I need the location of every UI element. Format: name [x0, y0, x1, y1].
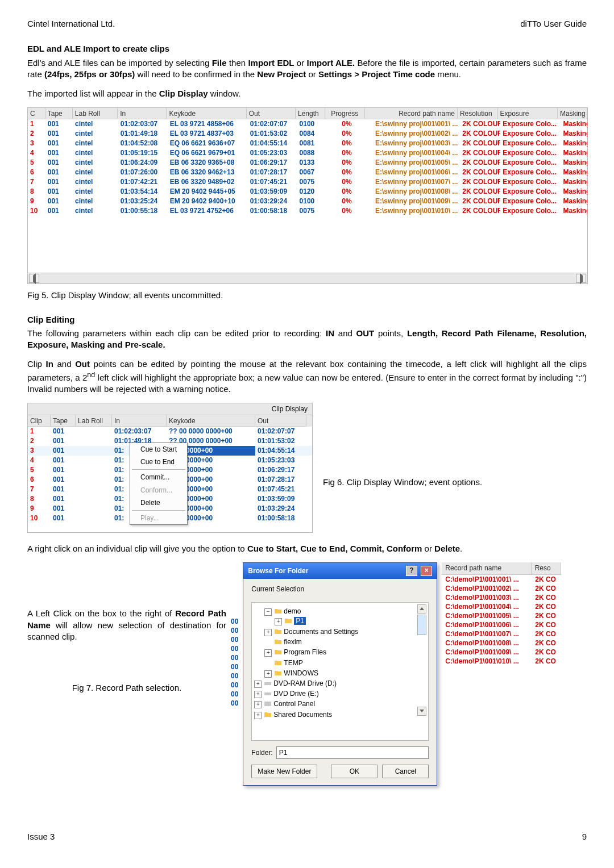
- cell[interactable]: Exposure Colo...: [500, 139, 561, 148]
- cell[interactable]: 001: [45, 187, 73, 197]
- cell[interactable]: 2K COLOUR: [460, 139, 500, 148]
- cell[interactable]: 01:02:03:07: [118, 119, 168, 129]
- cell[interactable]: 01:00:58:18: [255, 514, 306, 523]
- cell[interactable]: 01:03:29:24: [248, 197, 297, 206]
- cell[interactable]: 0%: [326, 158, 367, 168]
- table-row[interactable]: 1001cintel01:02:03:07EL 03 9721 4858+060…: [28, 119, 587, 129]
- scroll-up-icon[interactable]: [417, 604, 426, 614]
- cell[interactable]: E:\swinny proj\001\005\ ...: [367, 158, 460, 168]
- cell[interactable]: cintel: [73, 129, 118, 139]
- cell[interactable]: 10: [28, 514, 51, 523]
- cell[interactable]: [76, 456, 112, 465]
- path-cell[interactable]: C:\demo\P1\001\008\ ...: [442, 639, 532, 648]
- cell[interactable]: 001: [51, 465, 76, 475]
- cell[interactable]: Exposure Colo...: [500, 119, 561, 129]
- cell[interactable]: 0120: [297, 187, 327, 197]
- cell[interactable]: 001: [51, 504, 76, 514]
- path-cell[interactable]: C:\demo\P1\001\010\ ...: [442, 657, 532, 666]
- cell[interactable]: E:\swinny proj\001\009\ ...: [367, 197, 460, 206]
- col-keykode[interactable]: Keykode: [167, 108, 246, 119]
- cell[interactable]: cintel: [73, 139, 118, 148]
- ok-button[interactable]: OK: [331, 765, 377, 778]
- cell[interactable]: 0075: [297, 177, 327, 187]
- cell[interactable]: [76, 436, 112, 446]
- cell[interactable]: 6: [28, 475, 51, 485]
- cell[interactable]: E:\swinny proj\001\002\ ...: [367, 129, 460, 139]
- table-row[interactable]: 9001cintel01:03:25:24EM 20 9402 9400+100…: [28, 197, 587, 206]
- cell[interactable]: E:\swinny proj\001\008\ ...: [367, 187, 460, 197]
- tree-item[interactable]: Program Files: [284, 648, 326, 656]
- cell[interactable]: 01:07:28:17: [255, 475, 306, 485]
- cell[interactable]: 0081: [297, 139, 327, 148]
- cell[interactable]: 01:05:23:03: [248, 148, 297, 158]
- cell[interactable]: 001: [45, 148, 73, 158]
- path-cell[interactable]: C:\demo\P1\001\002\ ...: [442, 584, 532, 593]
- cell[interactable]: 3: [28, 139, 45, 148]
- cell[interactable]: 0088: [297, 148, 327, 158]
- make-new-folder-button[interactable]: Make New Folder: [251, 765, 317, 778]
- close-icon[interactable]: ×: [421, 566, 432, 576]
- cell[interactable]: 001: [45, 197, 73, 206]
- cell[interactable]: 0%: [326, 187, 367, 197]
- table-row[interactable]: 7001cintel01:07:42:21EB 06 3320 9489+020…: [28, 177, 587, 187]
- cell[interactable]: EL 03 9721 4752+06: [168, 206, 248, 216]
- cell[interactable]: 001: [45, 139, 73, 148]
- cell[interactable]: ?? 00 0000 0000+00: [167, 427, 255, 436]
- cell[interactable]: 3: [28, 446, 51, 456]
- expand-icon[interactable]: +: [254, 701, 262, 708]
- cell[interactable]: 01:01:49:18: [118, 129, 168, 139]
- cell[interactable]: 01:04:55:14: [248, 139, 297, 148]
- cell[interactable]: 7: [28, 177, 45, 187]
- cell[interactable]: 001: [51, 427, 76, 436]
- list-item[interactable]: C:\demo\P1\001\006\ ...2K CO: [442, 620, 561, 629]
- tree-item[interactable]: Shared Documents: [273, 711, 332, 719]
- cell[interactable]: 10: [28, 206, 45, 216]
- col-labroll[interactable]: Lab Roll: [73, 108, 118, 119]
- cell[interactable]: 01:05:23:03: [255, 456, 306, 465]
- cell[interactable]: E:\swinny proj\001\007\ ...: [367, 177, 460, 187]
- cell[interactable]: 01:01:53:02: [255, 436, 306, 446]
- scroll-left-icon[interactable]: [29, 274, 39, 283]
- scroll-right-icon[interactable]: [576, 274, 586, 283]
- cell[interactable]: Exposure Colo...: [500, 158, 561, 168]
- cell[interactable]: 01:04:55:14: [255, 446, 306, 456]
- cell[interactable]: 8: [28, 494, 51, 504]
- scroll-thumb[interactable]: [417, 615, 426, 635]
- cell[interactable]: cintel: [73, 206, 118, 216]
- cell[interactable]: 0133: [297, 158, 327, 168]
- cell[interactable]: 01:07:28:17: [248, 168, 297, 177]
- cell[interactable]: [76, 504, 112, 514]
- cell[interactable]: 001: [51, 494, 76, 504]
- cell[interactable]: [76, 465, 112, 475]
- col-masking[interactable]: Masking: [558, 108, 587, 119]
- scol-keykode[interactable]: Keykode: [167, 415, 255, 427]
- path-cell[interactable]: C:\demo\P1\001\005\ ...: [442, 611, 532, 620]
- cell[interactable]: 0100: [297, 119, 327, 129]
- cell[interactable]: EB 06 3320 9365+08: [168, 158, 248, 168]
- table-row[interactable]: 5001cintel01:06:24:09EB 06 3320 9365+080…: [28, 158, 587, 168]
- cell[interactable]: 01:07:45:21: [255, 485, 306, 494]
- cell[interactable]: EL 03 9721 4837+03: [168, 129, 248, 139]
- cell[interactable]: 0084: [297, 129, 327, 139]
- folder-input[interactable]: [276, 746, 429, 759]
- cell[interactable]: 01:02:03:07: [112, 427, 167, 436]
- cell[interactable]: 01:07:42:21: [118, 177, 168, 187]
- cell[interactable]: 4: [28, 148, 45, 158]
- table-row[interactable]: 8001cintel01:03:54:14EM 20 9402 9445+050…: [28, 187, 587, 197]
- record-path-list[interactable]: Record path name Reso C:\demo\P1\001\001…: [442, 562, 561, 665]
- cell[interactable]: EL 03 9721 4858+06: [168, 119, 248, 129]
- table-row[interactable]: 6001cintel01:07:26:00EB 06 3320 9462+130…: [28, 168, 587, 177]
- cell[interactable]: EQ 06 6621 9679+01: [168, 148, 248, 158]
- scol-in[interactable]: In: [112, 415, 167, 427]
- scol-clip[interactable]: Clip: [28, 415, 51, 427]
- cell[interactable]: 001: [51, 475, 76, 485]
- cell[interactable]: 2K COLOUR: [460, 177, 500, 187]
- expand-icon[interactable]: +: [264, 649, 272, 657]
- cell[interactable]: 001: [45, 158, 73, 168]
- cell[interactable]: 001: [45, 206, 73, 216]
- cell[interactable]: Masking: [561, 119, 587, 129]
- col-c[interactable]: C: [28, 108, 45, 119]
- cell[interactable]: [76, 514, 112, 523]
- cell[interactable]: 2K COLOUR: [460, 197, 500, 206]
- cell[interactable]: [76, 494, 112, 504]
